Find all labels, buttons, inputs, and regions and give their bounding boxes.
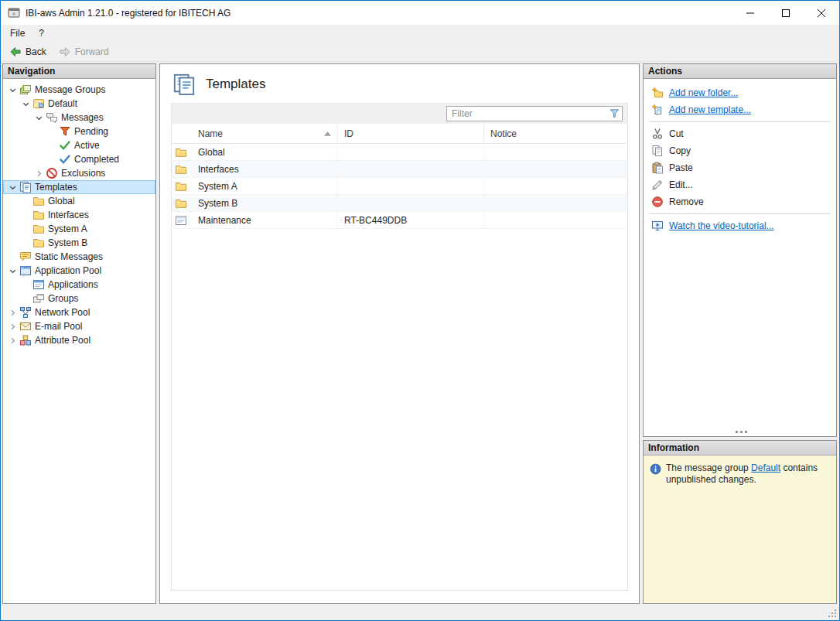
close-icon xyxy=(818,9,825,17)
chevron-expanded-icon[interactable] xyxy=(7,84,19,96)
filter-funnel-icon[interactable] xyxy=(609,107,620,119)
tree-item-completed[interactable]: Completed xyxy=(3,152,155,166)
information-header: Information xyxy=(644,441,836,456)
tree-item-e-mail-pool[interactable]: E-mail Pool xyxy=(3,319,155,333)
close-button[interactable] xyxy=(804,1,839,25)
tree-indent xyxy=(7,159,46,160)
back-button[interactable]: Back xyxy=(3,43,53,60)
tree-item-system-b[interactable]: System B xyxy=(3,236,155,250)
chevron-expanded-icon[interactable] xyxy=(33,112,45,124)
cell-id xyxy=(338,144,484,160)
tree-indent xyxy=(7,145,46,146)
row-name-label: Global xyxy=(198,147,225,158)
menu-bar: File ? xyxy=(1,25,839,42)
resize-grip-icon[interactable] xyxy=(828,609,836,617)
action-label: Add new template... xyxy=(669,104,751,115)
action-label: Edit... xyxy=(669,179,693,190)
work-area: Navigation Message GroupsDefaultMessages… xyxy=(1,62,839,606)
menu-help[interactable]: ? xyxy=(32,25,51,42)
tree-indent xyxy=(7,299,20,299)
menu-file[interactable]: File xyxy=(3,25,32,42)
action-label: Cut xyxy=(669,128,684,139)
table-row-interfaces[interactable]: Interfaces xyxy=(172,161,627,178)
tree-item-messages[interactable]: Messages xyxy=(3,111,155,125)
cell-id xyxy=(338,161,484,177)
action-label: Watch the video-tutorial... xyxy=(669,220,774,231)
table-row-maintenance[interactable]: MaintenanceRT-BC449DDB xyxy=(172,212,627,229)
tree-item-exclusions[interactable]: Exclusions xyxy=(3,166,155,180)
chevron-spacer xyxy=(7,251,19,263)
column-header-name[interactable]: Name xyxy=(172,124,338,143)
action-label: Add new folder... xyxy=(669,87,738,98)
maximize-button[interactable] xyxy=(768,1,804,25)
actions-separator xyxy=(649,213,831,214)
chevron-collapsed-icon[interactable] xyxy=(7,307,19,319)
tree-item-pending[interactable]: Pending xyxy=(3,125,155,138)
action-copy[interactable]: Copy xyxy=(644,142,836,159)
column-header-notice[interactable]: Notice xyxy=(484,124,627,143)
forward-button[interactable]: Forward xyxy=(53,43,115,60)
tree-item-groups[interactable]: Groups xyxy=(3,292,155,305)
column-header-label: Name xyxy=(198,128,223,139)
panel-splitter-handle[interactable] xyxy=(740,431,743,433)
main-header: Templates xyxy=(160,64,639,101)
tree-item-templates[interactable]: Templates xyxy=(3,180,155,194)
action-remove[interactable]: Remove xyxy=(644,193,836,210)
tree-item-message-groups[interactable]: Message Groups xyxy=(3,83,155,97)
action-paste[interactable]: Paste xyxy=(644,159,836,176)
information-content: The message group Default contains unpub… xyxy=(644,456,836,603)
tree-item-applications[interactable]: Applications xyxy=(3,278,155,292)
tree-item-attribute-pool[interactable]: Attribute Pool xyxy=(3,333,155,347)
actions-header: Actions xyxy=(644,64,836,79)
actions-panel: Actions Add new folder...Add new templat… xyxy=(643,63,837,437)
tree-item-interfaces[interactable]: Interfaces xyxy=(3,208,155,222)
tree-indent xyxy=(7,104,20,104)
back-label: Back xyxy=(26,46,46,57)
default-group-link[interactable]: Default xyxy=(751,462,780,473)
action-add-new-template[interactable]: Add new template... xyxy=(644,101,836,118)
tree-item-application-pool[interactable]: Application Pool xyxy=(3,264,155,278)
row-name-label: System A xyxy=(198,181,237,192)
filter-band xyxy=(172,104,627,124)
main-panel: Templates Name ID xyxy=(159,63,640,604)
sort-ascending-icon xyxy=(324,131,331,136)
tree-item-label: Messages xyxy=(61,112,108,123)
cell-id xyxy=(338,178,484,194)
chevron-expanded-icon[interactable] xyxy=(7,265,19,277)
tree-item-active[interactable]: Active xyxy=(3,138,155,152)
tree-item-network-pool[interactable]: Network Pool xyxy=(3,305,155,319)
tree-item-system-a[interactable]: System A xyxy=(3,222,155,236)
messages-icon xyxy=(46,111,58,124)
action-edit[interactable]: Edit... xyxy=(644,176,836,193)
folder-icon xyxy=(175,146,187,159)
table-row-system-a[interactable]: System A xyxy=(172,178,627,195)
tree-item-global[interactable]: Global xyxy=(3,194,155,208)
minimize-button[interactable] xyxy=(732,1,768,25)
chevron-spacer xyxy=(46,126,58,138)
table-row-global[interactable]: Global xyxy=(172,144,627,161)
action-watch-the-video-tutorial[interactable]: Watch the video-tutorial... xyxy=(644,217,836,234)
tree-item-label: Default xyxy=(48,98,82,109)
chevron-spacer xyxy=(20,210,32,221)
action-cut[interactable]: Cut xyxy=(644,125,836,142)
chevron-collapsed-icon[interactable] xyxy=(33,168,45,179)
chevron-collapsed-icon[interactable] xyxy=(7,335,19,346)
filter-input[interactable] xyxy=(446,106,623,121)
tree-item-label: Groups xyxy=(48,293,83,304)
tree-item-label: Pending xyxy=(74,126,113,137)
action-add-new-folder[interactable]: Add new folder... xyxy=(644,84,836,101)
table-row-system-b[interactable]: System B xyxy=(172,195,627,212)
folder-icon xyxy=(32,223,45,235)
static-messages-icon xyxy=(19,251,32,263)
chevron-expanded-icon[interactable] xyxy=(20,98,32,110)
tree-item-static-messages[interactable]: Static Messages xyxy=(3,250,155,264)
templates-icon xyxy=(19,181,32,193)
chevron-expanded-icon[interactable] xyxy=(7,182,19,193)
tree-item-default[interactable]: Default xyxy=(3,97,155,111)
tree-item-label: System B xyxy=(48,237,92,248)
chevron-collapsed-icon[interactable] xyxy=(7,321,19,333)
actions-separator xyxy=(649,121,831,122)
network-pool-icon xyxy=(19,306,32,319)
information-panel: Information The message group Default co… xyxy=(643,440,837,604)
column-header-id[interactable]: ID xyxy=(338,124,484,143)
